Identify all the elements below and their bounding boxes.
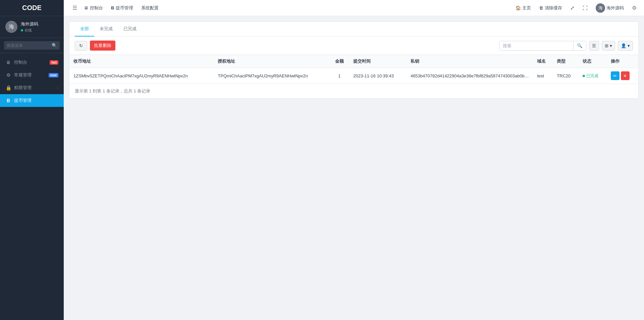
- col-submit-time: 提交时间: [349, 55, 407, 68]
- settings-button[interactable]: ⚙: [630, 3, 639, 12]
- config-nav-label: 系统配置: [141, 5, 159, 11]
- sidebar-user: 海 海外源码 在线: [0, 16, 64, 38]
- sidebar-item-coin[interactable]: B 提币管理: [0, 94, 64, 107]
- cell-submit-time: 2023-11-16 10:39:43: [349, 68, 407, 84]
- col-private-key: 私钥: [407, 55, 533, 68]
- tab-incomplete[interactable]: 未完成: [94, 22, 118, 37]
- tab-all[interactable]: 全部: [75, 22, 94, 37]
- table-wrap: 收币地址 授权地址 金额 提交时间 私钥 域名 类型 状态 操作 1ZS: [69, 55, 638, 84]
- fullscreen-icon: ⛶: [583, 5, 588, 11]
- topbar-avatar: 海: [596, 3, 605, 13]
- refresh-icon: ↻: [79, 43, 83, 48]
- share-button[interactable]: ⤢: [568, 4, 577, 12]
- cell-amount: 1: [329, 68, 349, 84]
- topbar-nav-coin[interactable]: B 提币管理: [108, 3, 137, 13]
- coin-icon: B: [5, 98, 11, 104]
- user-name: 海外源码: [21, 21, 38, 27]
- table-footer: 显示第 1 到第 1 条记录，总共 1 条记录: [69, 84, 638, 98]
- col-status: 状态: [579, 55, 607, 68]
- list-view-icon: ☰: [592, 43, 596, 48]
- sidebar-toggle-button[interactable]: ☰: [69, 3, 80, 13]
- topbar: ☰ 🖥 控制台 B 提币管理 系统配置 🏠 主页 🗑 清除缓存: [64, 0, 644, 16]
- cell-recv-addr: 1ZSMbv5ZETPQmiChAaciPM7xgAU2myR9AENHwtNp…: [69, 68, 214, 84]
- delete-label: 批量删除: [94, 43, 111, 49]
- dashboard-nav-icon: 🖥: [84, 5, 88, 10]
- pagination-info: 显示第 1 到第 1 条记录，总共 1 条记录: [75, 88, 150, 93]
- col-domain: 域名: [533, 55, 553, 68]
- trash-icon: 🗑: [539, 5, 543, 10]
- search-input[interactable]: [499, 41, 573, 50]
- topbar-nav: 🖥 控制台 B 提币管理 系统配置: [80, 3, 514, 13]
- sidebar-item-label: 控制台: [14, 59, 47, 65]
- sidebar-search-area: 🔍: [0, 38, 64, 53]
- cell-auth-addr: TPQmiChAaciPM7xgAU2myR9AENHwtNpv2n: [214, 68, 329, 84]
- status-online-dot: [21, 29, 23, 31]
- topbar-nav-label: 控制台: [90, 5, 103, 11]
- status-badge: 已完成: [583, 73, 598, 79]
- table-toolbar: ↻ 批量删除 🔍 ☰: [69, 37, 638, 55]
- view-list-button[interactable]: ☰: [589, 41, 599, 51]
- table-row: 1ZSMbv5ZETPQmiChAaciPM7xgAU2myR9AENHwtNp…: [69, 68, 638, 84]
- sidebar-logo: CODE: [0, 0, 64, 16]
- dashboard-icon: 🖥: [5, 59, 11, 65]
- sidebar-item-permissions[interactable]: 🔒 权限管理 ›: [0, 81, 64, 94]
- clear-cache-button[interactable]: 🗑 清除缓存: [537, 4, 564, 12]
- sidebar-item-dashboard[interactable]: 🖥 控制台 hot: [0, 56, 64, 69]
- sidebar-search-box[interactable]: 🔍: [4, 41, 60, 50]
- cell-type: TRC20: [553, 68, 579, 84]
- batch-delete-button[interactable]: 批量删除: [90, 41, 115, 51]
- sidebar-item-label: 提币管理: [14, 98, 58, 104]
- search-button[interactable]: 🔍: [573, 41, 586, 50]
- topbar-nav-config[interactable]: 系统配置: [138, 3, 162, 13]
- chevron-down-icon: ▾: [610, 43, 612, 48]
- cell-actions: ✏ ✕: [607, 68, 638, 84]
- page-content: 全部 未完成 已完成 ↻ 批量删除: [64, 16, 644, 320]
- sidebar: CODE 海 海外源码 在线 🔍 🖥 控制台 hot ⚙ 常规管理 new: [0, 0, 64, 320]
- filter-icon: 👤: [621, 43, 626, 48]
- data-table: 收币地址 授权地址 金额 提交时间 私钥 域名 类型 状态 操作 1ZS: [69, 55, 638, 84]
- general-icon: ⚙: [5, 72, 11, 78]
- home-icon: 🏠: [516, 5, 521, 10]
- main-area: ☰ 🖥 控制台 B 提币管理 系统配置 🏠 主页 🗑 清除缓存: [64, 0, 644, 320]
- edit-button[interactable]: ✏: [611, 71, 620, 80]
- cell-private-key: 4653b470782d41422904a3e38e7fbf829a587474…: [407, 68, 533, 84]
- user-info: 海外源码 在线: [21, 21, 38, 33]
- col-type: 类型: [553, 55, 579, 68]
- settings-icon: ⚙: [632, 5, 637, 11]
- view-grid-button[interactable]: ⊞ ▾: [602, 41, 615, 51]
- fullscreen-button[interactable]: ⛶: [581, 4, 590, 12]
- cell-status: 已完成: [579, 68, 607, 84]
- logo-text: CODE: [22, 4, 42, 12]
- toolbar-right: 🔍 ☰ ⊞ ▾ 👤 ▾: [499, 41, 633, 51]
- sidebar-search-icon: 🔍: [52, 43, 57, 48]
- topbar-username: 海外源码: [606, 5, 624, 11]
- refresh-button[interactable]: ↻: [75, 41, 87, 51]
- hot-badge: hot: [50, 60, 58, 65]
- new-badge: new: [49, 73, 58, 77]
- topbar-user[interactable]: 海 海外源码: [594, 2, 626, 14]
- share-icon: ⤢: [570, 5, 575, 11]
- cell-domain: test: [533, 68, 553, 84]
- col-recv-addr: 收币地址: [69, 55, 214, 68]
- sidebar-search-input[interactable]: [7, 43, 50, 48]
- row-delete-button[interactable]: ✕: [621, 71, 630, 80]
- permissions-icon: 🔒: [5, 85, 11, 91]
- main-card: 全部 未完成 已完成 ↻ 批量删除: [69, 21, 639, 99]
- status-dot: [583, 75, 585, 77]
- col-actions: 操作: [607, 55, 638, 68]
- home-button[interactable]: 🏠 主页: [514, 4, 533, 12]
- tab-bar: 全部 未完成 已完成: [69, 22, 638, 37]
- avatar: 海: [5, 21, 17, 33]
- topbar-nav-label: 提币管理: [116, 5, 133, 11]
- search-icon: 🔍: [577, 43, 583, 48]
- topbar-right: 🏠 主页 🗑 清除缓存 ⤢ ⛶ 海 海外源码 ⚙: [514, 2, 639, 14]
- col-auth-addr: 授权地址: [214, 55, 329, 68]
- tab-complete[interactable]: 已完成: [118, 22, 142, 37]
- filter-button[interactable]: 👤 ▾: [618, 41, 633, 51]
- topbar-nav-dashboard[interactable]: 🖥 控制台: [80, 3, 106, 13]
- sidebar-item-general[interactable]: ⚙ 常规管理 new: [0, 69, 64, 81]
- grid-view-icon: ⊞: [605, 43, 608, 48]
- filter-arrow-icon: ▾: [628, 43, 630, 48]
- coin-nav-icon: B: [111, 5, 114, 10]
- sidebar-nav: 🖥 控制台 hot ⚙ 常规管理 new 🔒 权限管理 › B 提币管理: [0, 53, 64, 320]
